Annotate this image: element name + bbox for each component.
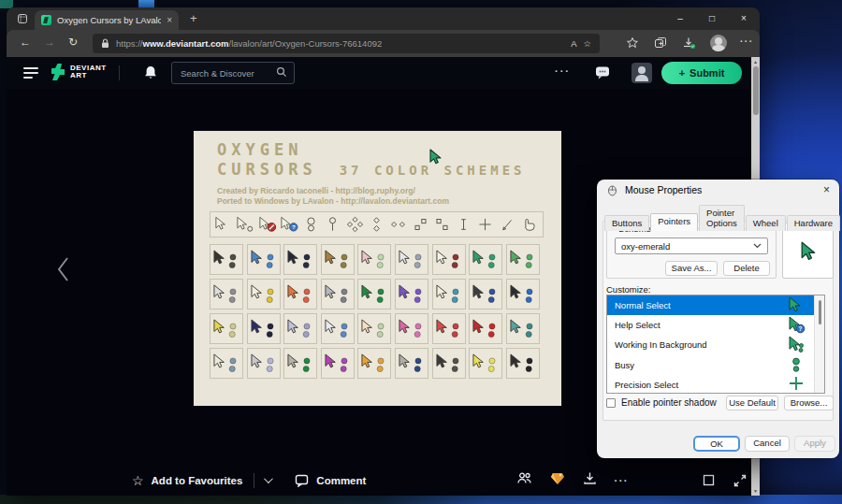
tab-close-icon[interactable]: × (167, 15, 172, 25)
dialog-close-icon[interactable]: × (823, 183, 830, 196)
user-profile-icon[interactable] (632, 63, 652, 83)
fit-view-icon[interactable] (703, 465, 715, 496)
pointer-list-item[interactable]: Help Select? (607, 315, 824, 335)
cancel-button[interactable]: Cancel (745, 436, 790, 452)
color-scheme-tile (247, 313, 281, 344)
dialog-tab-pointer-options[interactable]: Pointer Options (699, 205, 745, 231)
search-icon[interactable] (276, 65, 287, 81)
refresh-button[interactable]: ↻ (68, 36, 78, 49)
desktop: Oxygen Cursors by LAvalon on D × + – □ ×… (0, 0, 842, 504)
resize-ew-cursor-icon (389, 216, 407, 233)
use-default-button[interactable]: Use Default (726, 396, 778, 410)
color-scheme-tile (395, 313, 428, 344)
downloads-icon[interactable] (682, 36, 696, 51)
address-bar[interactable]: https://www.deviantart.com/lavalon/art/O… (93, 34, 600, 53)
artwork-credits: Created by Riccardo Iaconelli - http://b… (217, 186, 449, 206)
divider (254, 473, 254, 488)
dialog-tab-buttons[interactable]: Buttons (604, 215, 649, 231)
svg-text:?: ? (292, 223, 296, 230)
enable-pointer-shadow-checkbox[interactable]: Enable pointer shadow (606, 397, 717, 408)
more-options-icon[interactable]: ··· (615, 475, 630, 486)
dialog-tab-wheel[interactable]: Wheel (746, 215, 786, 231)
working-cursor-icon (237, 216, 254, 233)
submit-button[interactable]: + Submit (661, 62, 742, 84)
delete-button[interactable]: Delete (723, 261, 770, 276)
pointer-list-scroll-thumb[interactable] (819, 300, 822, 324)
scroll-down-icon[interactable]: ▼ (751, 488, 760, 494)
window-minimize-button[interactable]: – (664, 7, 696, 30)
pointer-item-label: Normal Select (615, 300, 817, 310)
dialog-tab-hardware[interactable]: Hardware (787, 215, 840, 231)
color-scheme-tile (247, 279, 281, 310)
pointer-item-label: Working In Background (615, 339, 817, 350)
tab-actions-icon[interactable] (16, 12, 30, 26)
pointer-list-item[interactable]: Busy (607, 355, 824, 375)
add-to-favourites-button[interactable]: Add to Favourites (152, 475, 243, 486)
window-maximize-button[interactable]: □ (696, 7, 728, 30)
artwork-image[interactable]: OXYGEN CURSORS 37 COLOR SCHEMES Created … (194, 131, 561, 406)
checkbox-label: Enable pointer shadow (621, 397, 717, 408)
scheme-select[interactable]: oxy-emerald (615, 238, 768, 254)
pointer-list-item[interactable]: Precision Select (607, 375, 824, 394)
back-button[interactable]: ← (20, 36, 31, 49)
color-scheme-tile (283, 244, 317, 275)
download-icon[interactable] (583, 471, 597, 489)
badge-gem-icon[interactable] (550, 471, 565, 489)
forward-button[interactable]: → (44, 36, 55, 49)
pointer-list-scrollbar[interactable] (814, 295, 824, 393)
browser-tab[interactable]: Oxygen Cursors by LAvalon on D × (35, 10, 179, 30)
dialog-tabs: ButtonsPointersPointer OptionsWheelHardw… (604, 205, 841, 231)
profile-avatar[interactable] (710, 35, 727, 51)
chevron-down-icon (753, 243, 762, 249)
pointer-list-item[interactable]: Normal Select (607, 295, 824, 315)
browser-menu-icon[interactable]: ··· (740, 36, 754, 47)
fullscreen-icon[interactable] (733, 465, 747, 496)
lock-icon (101, 36, 109, 52)
working-cursor-icon (789, 336, 804, 355)
action-bar: ☆ Add to Favourites Comment (7, 465, 760, 496)
favorites-icon[interactable] (626, 36, 639, 51)
dialog-tab-pointers[interactable]: Pointers (650, 213, 698, 231)
header-divider (119, 65, 120, 80)
save-as-button[interactable]: Save As... (665, 261, 718, 276)
color-scheme-tile (506, 348, 540, 379)
header-more-icon[interactable]: ··· (555, 65, 571, 77)
search-box[interactable] (171, 62, 295, 84)
new-tab-button[interactable]: + (190, 11, 197, 25)
read-aloud-icon[interactable]: A (571, 38, 576, 49)
browse-button[interactable]: Browse... (784, 396, 834, 410)
scroll-up-icon[interactable]: ▲ (751, 59, 760, 65)
color-scheme-tile (469, 279, 502, 310)
color-scheme-tile (432, 313, 466, 344)
deviantart-logo[interactable]: DEVIANTART (50, 63, 107, 81)
notifications-bell-icon[interactable] (143, 65, 158, 84)
color-scheme-tile (210, 279, 243, 310)
pointer-list-item[interactable]: Working In Background (607, 335, 824, 354)
color-scheme-tile (321, 279, 355, 310)
scheme-value: oxy-emerald (621, 241, 753, 252)
color-scheme-tile (321, 313, 355, 344)
chat-icon[interactable] (594, 65, 611, 84)
text-cursor-icon (455, 216, 472, 233)
checkbox-box[interactable] (606, 398, 616, 408)
add-favorite-star-icon[interactable]: ☆ (583, 38, 591, 49)
hamburger-menu-icon[interactable] (23, 67, 38, 79)
comment-button[interactable]: Comment (295, 474, 366, 487)
pointer-item-label: Busy (615, 360, 817, 370)
apply-button[interactable]: Apply (794, 436, 835, 452)
help-cursor-icon: ? (789, 316, 804, 336)
da-logo-icon (50, 63, 66, 81)
scrollbar-thumb[interactable] (753, 66, 759, 115)
collections-icon[interactable] (654, 36, 667, 51)
group-icon[interactable] (516, 471, 532, 489)
dialog-titlebar[interactable]: Mouse Properties × (597, 180, 839, 200)
resize-ns-cursor-icon (368, 216, 385, 233)
favourite-options-chevron-icon[interactable] (264, 474, 273, 483)
da-logo-text: DEVIANTART (70, 65, 107, 79)
search-input[interactable] (179, 67, 276, 79)
link-cursor-icon (520, 216, 538, 233)
ok-button[interactable]: OK (693, 436, 740, 452)
window-controls: – □ × (664, 7, 760, 30)
window-close-button[interactable]: × (728, 7, 760, 30)
previous-artwork-button[interactable] (55, 255, 70, 287)
